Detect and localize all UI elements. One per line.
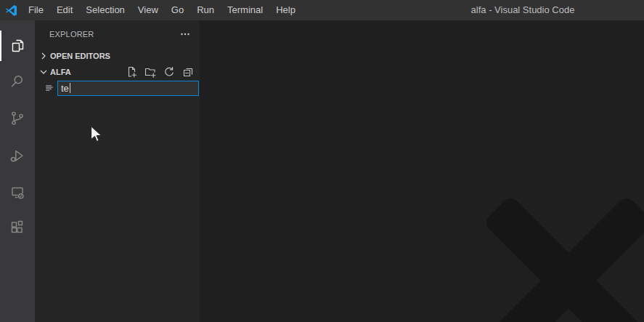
new-file-input[interactable]: te	[57, 81, 199, 96]
section-label: OPEN EDITORS	[50, 52, 110, 60]
explorer-sidebar: EXPLORER OPEN EDITORS ALFA	[35, 20, 200, 322]
new-file-button[interactable]	[125, 65, 138, 79]
debug-icon	[9, 148, 26, 165]
activity-item-run-debug[interactable]	[0, 139, 35, 174]
files-icon	[9, 37, 26, 55]
new-file-row: te	[35, 80, 200, 96]
activity-item-remote-explorer[interactable]	[0, 175, 35, 210]
collapse-folders-button[interactable]	[182, 65, 195, 79]
menu-edit[interactable]: Edit	[50, 0, 79, 20]
menu-help[interactable]: Help	[269, 0, 302, 20]
section-open-editors[interactable]: OPEN EDITORS	[35, 48, 200, 64]
section-alfa[interactable]: ALFA	[35, 64, 200, 80]
menu-bar: File Edit Selection View Go Run Terminal…	[22, 0, 302, 20]
explorer-toolbar	[125, 65, 195, 79]
sidebar-title: EXPLORER	[49, 30, 178, 39]
new-folder-icon	[144, 66, 156, 78]
vscode-window: File Edit Selection View Go Run Terminal…	[0, 0, 644, 322]
source-control-icon	[9, 110, 26, 127]
file-icon	[44, 83, 54, 93]
section-label: ALFA	[50, 68, 71, 76]
new-file-input-value: te	[61, 83, 69, 94]
collapse-all-icon	[182, 66, 194, 78]
activity-item-explorer[interactable]	[0, 28, 35, 63]
vscode-logo-icon	[0, 0, 22, 20]
editor-area[interactable]	[200, 20, 644, 322]
activity-item-source-control[interactable]	[0, 101, 35, 136]
new-file-icon	[126, 66, 137, 78]
activity-bar	[0, 20, 35, 322]
refresh-explorer-button[interactable]	[163, 65, 176, 79]
more-actions-button[interactable]	[178, 27, 192, 41]
activity-item-extensions[interactable]	[0, 210, 35, 245]
menu-selection[interactable]: Selection	[79, 0, 131, 20]
menu-run[interactable]: Run	[190, 0, 221, 20]
new-folder-button[interactable]	[144, 65, 157, 79]
menu-terminal[interactable]: Terminal	[221, 0, 269, 20]
ellipsis-icon	[179, 28, 191, 40]
chevron-right-icon	[37, 50, 50, 62]
refresh-icon	[163, 66, 175, 78]
search-icon	[9, 73, 26, 91]
extensions-icon	[9, 219, 26, 236]
remote-explorer-icon	[9, 184, 26, 201]
sidebar-header: EXPLORER	[35, 20, 200, 48]
menu-view[interactable]: View	[131, 0, 165, 20]
menu-go[interactable]: Go	[165, 0, 190, 20]
title-bar: File Edit Selection View Go Run Terminal…	[0, 0, 644, 20]
chevron-down-icon	[37, 66, 50, 78]
window-title: alfa - Visual Studio Code	[407, 0, 639, 20]
text-caret	[70, 83, 70, 93]
menu-file[interactable]: File	[22, 0, 50, 20]
activity-item-search[interactable]	[0, 65, 35, 100]
